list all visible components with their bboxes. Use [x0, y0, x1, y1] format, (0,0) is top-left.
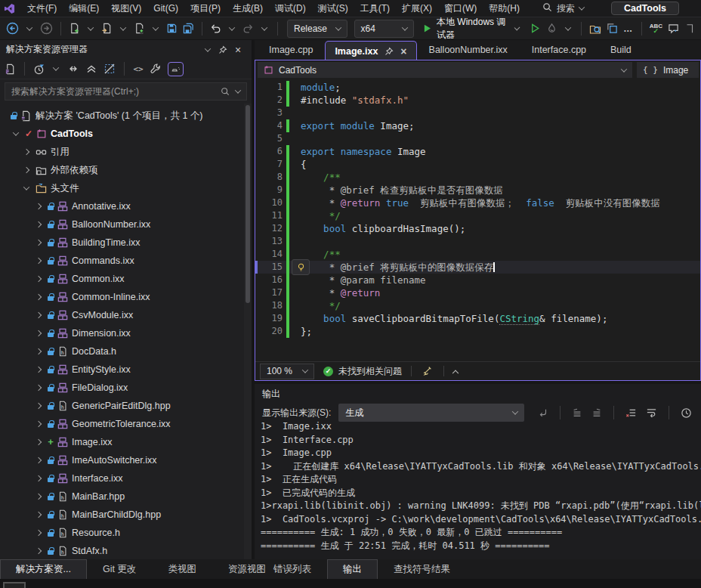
code-line-4[interactable]: 4 export module Image;: [255, 119, 700, 132]
pin-icon[interactable]: [215, 42, 230, 57]
properties-wrench-icon[interactable]: [148, 60, 163, 77]
tree-item[interactable]: h Resource.h: [0, 524, 252, 542]
chevron-down-icon[interactable]: [225, 20, 239, 38]
menu-item-10[interactable]: 窗口(W): [438, 0, 483, 17]
expander-right-icon[interactable]: [33, 295, 44, 299]
code-line-19[interactable]: 19 bool saveClipboardBitmapToFile(CStrin…: [255, 312, 700, 325]
code-line-12[interactable]: 12 bool clipboardHasImage();: [255, 222, 700, 235]
sync-with-active-document-icon[interactable]: [66, 60, 81, 77]
output-console[interactable]: 1> Image.ixx1> Interface.cpp1> Image.cpp…: [255, 420, 701, 559]
panel-tab-错误列表[interactable]: 错误列表: [258, 559, 327, 579]
code-line-1[interactable]: 1 module;: [255, 81, 700, 94]
tree-item[interactable]: BalloonNumber.ixx: [0, 215, 252, 234]
start-debug-button[interactable]: 本地 Windows 调试器: [416, 20, 526, 38]
tree-item[interactable]: Common.ixx: [0, 270, 252, 288]
expander-right-icon[interactable]: [33, 313, 44, 317]
add-item-icon[interactable]: [132, 20, 147, 38]
open-file-icon[interactable]: [100, 20, 114, 38]
panel-tab-查找符号结果[interactable]: 查找符号结果: [378, 559, 466, 579]
document-tab-active[interactable]: Image.ixx ×: [325, 41, 416, 60]
tree-item[interactable]: GeometricTolerance.ixx: [0, 415, 252, 433]
expander-right-icon[interactable]: [33, 440, 44, 444]
tree-item[interactable]: EntityStyle.ixx: [0, 361, 252, 379]
code-line-8[interactable]: 8 /**: [255, 171, 700, 184]
start-without-debugging-icon[interactable]: [528, 20, 542, 38]
save-all-icon[interactable]: [181, 20, 196, 38]
document-tab[interactable]: Image.cpp: [257, 40, 325, 60]
output-source-dropdown[interactable]: 生成: [338, 404, 524, 422]
expander-right-icon[interactable]: [33, 458, 44, 463]
overflow-menu-icon[interactable]: …: [622, 20, 635, 38]
code-line-5[interactable]: 5: [255, 132, 700, 145]
menu-item-9[interactable]: 扩展(X): [396, 0, 438, 17]
expander-right-icon[interactable]: [33, 512, 44, 517]
expander-right-icon[interactable]: [33, 494, 44, 499]
platform-dropdown[interactable]: x64: [354, 20, 415, 38]
undo-icon[interactable]: [208, 20, 223, 38]
pending-changes-filter-icon[interactable]: [32, 60, 46, 77]
tree-item[interactable]: ✓ CadTools: [0, 125, 252, 143]
switch-views-icon[interactable]: [3, 60, 17, 77]
tree-item[interactable]: Dimension.ixx: [0, 324, 252, 342]
code-line-11[interactable]: 11 */: [255, 209, 700, 222]
tree-item[interactable]: Commands.ixx: [0, 252, 252, 270]
menu-item-1[interactable]: 编辑(E): [63, 0, 105, 17]
expander-right-icon[interactable]: [33, 422, 44, 426]
code-line-9[interactable]: 9 * @brief 检查剪贴板中是否有图像数据: [255, 184, 700, 197]
document-tab[interactable]: Interface.cpp: [520, 40, 598, 60]
expander-right-icon[interactable]: [21, 168, 32, 172]
panel-tab-输出[interactable]: 输出: [327, 559, 378, 579]
tree-item[interactable]: FileDialog.ixx: [0, 379, 252, 397]
menu-item-4[interactable]: 项目(P): [184, 0, 227, 17]
tree-item[interactable]: Annotative.ixx: [0, 197, 252, 215]
tree-item[interactable]: h MainBar.hpp: [0, 487, 252, 506]
expander-right-icon[interactable]: [33, 476, 44, 481]
chevron-up-icon[interactable]: [452, 370, 459, 376]
expander-right-icon[interactable]: [33, 385, 44, 390]
symbol-scope-dropdown[interactable]: { } Image: [637, 62, 699, 78]
clipped-toolbar-icon[interactable]: [683, 20, 696, 38]
comment-icon[interactable]: [666, 20, 681, 38]
chevron-down-icon[interactable]: [561, 20, 575, 38]
expander-right-icon[interactable]: [33, 331, 44, 336]
expander-right-icon[interactable]: [33, 367, 44, 372]
code-editor[interactable]: 1 module; 2 #include "stdafx.h" 3 4 expo…: [255, 79, 700, 361]
chevron-down-icon[interactable]: [149, 20, 162, 38]
code-line-18[interactable]: 18 */: [255, 299, 700, 312]
tree-item[interactable]: h StdAfx.h: [0, 542, 252, 559]
redo-icon[interactable]: [241, 20, 255, 38]
expander-down-icon[interactable]: [21, 186, 32, 190]
menu-item-2[interactable]: 视图(V): [105, 0, 147, 17]
navigate-forward-icon[interactable]: [39, 20, 54, 38]
collapse-all-icon[interactable]: [84, 60, 99, 77]
code-line-16[interactable]: 16 * @param filename: [255, 274, 700, 286]
expander-right-icon[interactable]: [33, 204, 44, 209]
chevron-down-icon[interactable]: [258, 20, 271, 38]
expander-right-icon[interactable]: [21, 150, 32, 154]
code-line-10[interactable]: 10 * @return true 剪贴板中有图像数据； false 剪贴板中没…: [255, 197, 700, 209]
clear-all-icon[interactable]: [624, 404, 638, 422]
code-line-20[interactable]: 20 };: [255, 325, 700, 338]
timestamp-toggle-icon[interactable]: [679, 404, 693, 422]
configuration-dropdown[interactable]: Release: [287, 20, 347, 38]
navigate-back-icon[interactable]: [5, 20, 20, 38]
solution-explorer-search[interactable]: 搜索解决方案资源管理器(Ctrl+;): [5, 82, 247, 101]
toolwindow-tab-类视图[interactable]: 类视图: [152, 559, 212, 579]
toolwindow-tab-Git 更改[interactable]: Git 更改: [87, 559, 152, 579]
zoom-dropdown[interactable]: 100 %: [260, 364, 314, 379]
code-line-14[interactable]: 14 /**: [255, 248, 700, 261]
find-in-files-icon[interactable]: [588, 20, 603, 38]
tree-item[interactable]: BuildingTime.ixx: [0, 234, 252, 252]
tree-item[interactable]: Interface.ixx: [0, 469, 252, 487]
code-line-15[interactable]: 15 * @brief 将剪贴板中的图像数据保存: [255, 261, 700, 274]
tree-item[interactable]: 引用: [0, 143, 252, 161]
pin-icon[interactable]: [384, 47, 394, 56]
tree-item[interactable]: ImeAutoSwitcher.ixx: [0, 451, 252, 469]
save-icon[interactable]: [165, 20, 179, 38]
expander-right-icon[interactable]: [33, 531, 44, 535]
menu-item-5[interactable]: 生成(B): [227, 0, 269, 17]
chevron-down-icon[interactable]: [84, 20, 97, 38]
expander-right-icon[interactable]: [33, 258, 44, 263]
show-all-files-icon[interactable]: [102, 60, 117, 77]
spell-check-icon[interactable]: ABC✓: [648, 20, 664, 38]
